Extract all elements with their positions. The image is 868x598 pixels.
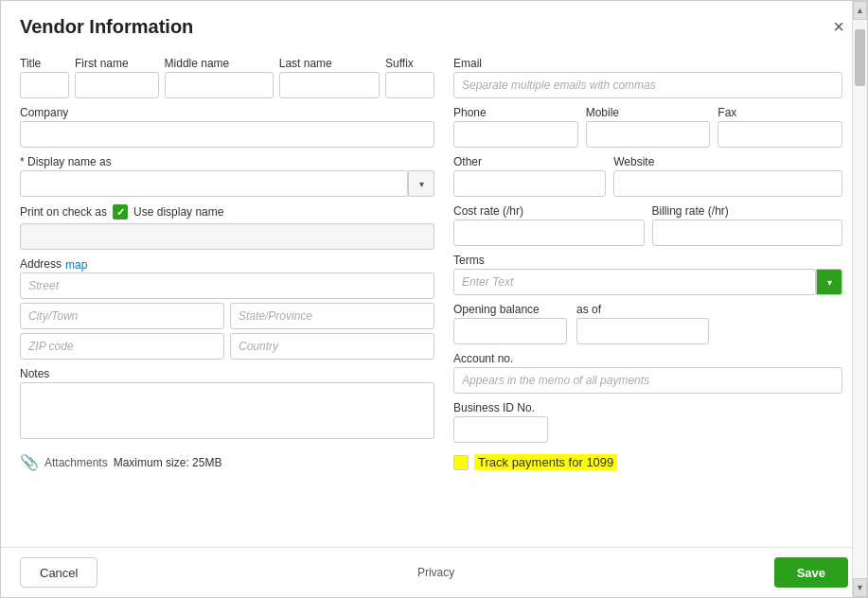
account-no-block: Account no. (453, 352, 842, 394)
print-check-input[interactable] (20, 223, 434, 250)
cancel-button[interactable]: Cancel (20, 557, 97, 588)
terms-input[interactable] (453, 269, 816, 295)
balance-row: Opening balance as of 06/06/2018 (453, 303, 842, 344)
last-name-label: Last name (279, 57, 380, 70)
account-no-input[interactable] (453, 367, 842, 394)
title-input[interactable] (20, 72, 69, 98)
scrollbar-thumb[interactable] (855, 47, 865, 86)
terms-row: ▾ (453, 269, 842, 295)
notes-label: Notes (20, 367, 434, 380)
suffix-input[interactable] (385, 72, 434, 98)
zip-input[interactable] (20, 333, 224, 360)
country-input[interactable] (230, 333, 434, 360)
as-of-label: as of (576, 303, 709, 316)
save-button[interactable]: Save (774, 557, 848, 588)
other-block: Other (453, 155, 606, 197)
address-block: Address map (20, 257, 434, 360)
terms-block: Terms ▾ (453, 254, 842, 295)
opening-balance-label: Opening balance (453, 303, 567, 316)
business-id-label: Business ID No. (453, 401, 842, 414)
use-display-label: Use display name (133, 205, 223, 219)
company-label: Company (20, 106, 434, 119)
cost-rate-label: Cost rate (/hr) (453, 204, 645, 218)
email-input[interactable] (453, 72, 842, 98)
attachment-max-size: Maximum size: 25MB (114, 456, 222, 469)
print-check-label: Print on check as (20, 205, 107, 219)
business-id-input[interactable] (453, 416, 548, 443)
website-input[interactable] (613, 170, 842, 197)
right-column: Email Phone Mobile Fax (453, 57, 848, 547)
email-label: Email (453, 57, 842, 70)
print-check-block: Print on check as Use display name (20, 204, 434, 250)
close-button[interactable]: × (825, 12, 852, 42)
website-block: Website (613, 155, 842, 197)
cost-rate-input[interactable] (453, 220, 645, 246)
phone-label: Phone (453, 106, 578, 119)
modal-title: Vendor Information (20, 16, 193, 38)
track-payments-row: Track payments for 1099 (453, 454, 842, 470)
rates-row: Cost rate (/hr) Billing rate (/hr) (453, 204, 842, 246)
last-name-block: Last name (279, 57, 380, 98)
track-payments-checkbox[interactable] (453, 455, 469, 470)
use-display-checkbox[interactable] (113, 204, 128, 220)
middle-name-block: Middle name (165, 57, 274, 98)
phone-input[interactable] (453, 121, 578, 148)
display-name-row: ▾ (20, 170, 434, 197)
phone-mobile-fax-row: Phone Mobile Fax (453, 106, 842, 148)
as-of-input[interactable]: 06/06/2018 (576, 318, 709, 344)
track-payments-label: Track payments for 1099 (474, 454, 617, 470)
city-input[interactable] (20, 303, 224, 329)
business-id-block: Business ID No. (453, 401, 842, 443)
mobile-input[interactable] (586, 121, 711, 148)
opening-balance-input[interactable] (453, 318, 567, 344)
mobile-label: Mobile (586, 106, 711, 119)
middle-name-input[interactable] (165, 72, 274, 98)
fax-input[interactable] (717, 121, 842, 148)
title-label: Title (20, 57, 69, 70)
notes-block: Notes (20, 367, 434, 442)
first-name-input[interactable] (75, 72, 159, 98)
other-input[interactable] (453, 170, 606, 197)
privacy-link[interactable]: Privacy (417, 566, 454, 579)
name-section: Title First name Middle name Last name (20, 57, 434, 98)
opening-balance-block: Opening balance (453, 303, 567, 344)
modal-body: Title First name Middle name Last name (1, 47, 867, 547)
terms-dropdown[interactable]: ▾ (816, 269, 842, 295)
modal-footer: Cancel Privacy Save (1, 547, 867, 597)
attachment-icon: 📎 (20, 453, 39, 471)
address-label-row: Address map (20, 257, 434, 273)
fax-block: Fax (717, 106, 842, 148)
left-column: Title First name Middle name Last name (20, 57, 434, 547)
street-input[interactable] (20, 273, 434, 299)
display-name-dropdown[interactable]: ▾ (408, 170, 434, 197)
suffix-label: Suffix (385, 57, 434, 70)
attachments-row: 📎 Attachments Maximum size: 25MB (20, 453, 434, 471)
address-label: Address (20, 257, 62, 271)
notes-textarea[interactable] (20, 382, 434, 439)
company-input[interactable] (20, 121, 434, 148)
website-label: Website (613, 155, 842, 168)
phone-block: Phone (453, 106, 578, 148)
last-name-input[interactable] (279, 72, 380, 98)
billing-rate-input[interactable] (652, 220, 843, 246)
attachment-label[interactable]: Attachments (44, 456, 108, 469)
billing-rate-label: Billing rate (/hr) (652, 204, 843, 218)
display-name-input[interactable] (20, 170, 408, 197)
modal-header: Vendor Information (1, 1, 867, 47)
title-field-block: Title (20, 57, 69, 98)
scrollbar-track (853, 47, 867, 547)
state-input[interactable] (230, 303, 434, 329)
other-website-row: Other Website (453, 155, 842, 197)
company-block: Company (20, 106, 434, 148)
scrollbar[interactable]: ▲ ▼ (852, 47, 867, 547)
map-link[interactable]: map (65, 258, 87, 272)
terms-label: Terms (453, 254, 842, 267)
first-name-label: First name (75, 57, 159, 70)
suffix-block: Suffix (385, 57, 434, 98)
mobile-block: Mobile (586, 106, 711, 148)
print-check-row: Print on check as Use display name (20, 204, 434, 220)
other-label: Other (453, 155, 606, 168)
middle-name-label: Middle name (165, 57, 274, 70)
as-of-block: as of 06/06/2018 (576, 303, 709, 344)
account-no-label: Account no. (453, 352, 842, 365)
